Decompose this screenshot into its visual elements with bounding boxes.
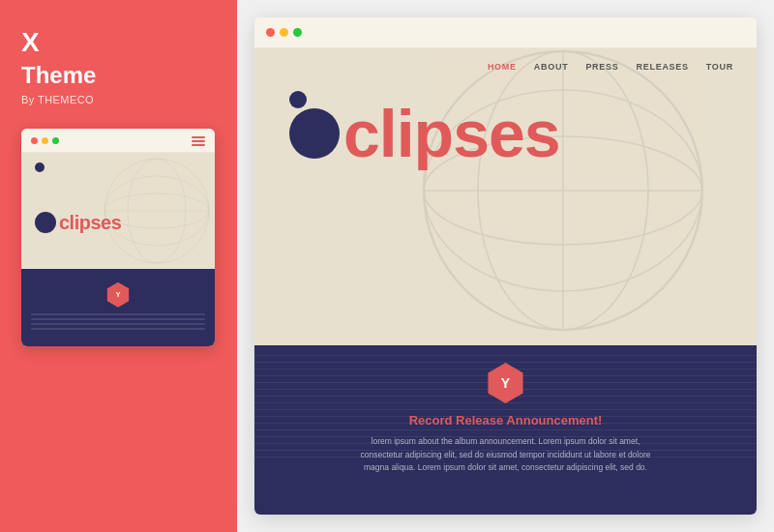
mobile-dot-green [52, 137, 59, 144]
desktop-hero-title: clipses [343, 101, 560, 166]
desktop-hero-circle [289, 108, 340, 159]
desktop-nav: HOME ABOUT PRESS RELEASES TOUR [254, 48, 757, 72]
mobile-dot-red [31, 137, 38, 144]
mobile-decorative-lines [31, 313, 205, 330]
desktop-dot-yellow [280, 28, 288, 37]
mobile-hex-badge: Y [105, 282, 131, 308]
mobile-hero-circle [35, 212, 56, 233]
lower-line-12 [254, 429, 757, 430]
mobile-globe-bg [99, 153, 215, 269]
desktop-preview-card: HOME ABOUT PRESS RELEASES TOUR clipses [254, 17, 757, 515]
mobile-preview-card: clipses Y [21, 129, 215, 346]
desktop-nav-tour[interactable]: TOUR [706, 62, 733, 72]
mobile-hex-icon: Y [114, 291, 122, 299]
sidebar-title: Theme [21, 62, 96, 90]
desktop-hero-section: HOME ABOUT PRESS RELEASES TOUR clipses [254, 48, 757, 345]
sidebar-logo: X [21, 29, 40, 56]
hamburger-menu-icon[interactable] [192, 136, 205, 146]
desktop-dot-green [293, 28, 302, 37]
mobile-line-1 [31, 313, 205, 315]
desktop-nav-releases[interactable]: RELEASES [637, 62, 689, 72]
mobile-lower-section: Y [21, 269, 215, 346]
desktop-lower-section: Y Record Release Announcement! lorem ips… [254, 345, 757, 515]
mobile-nav-dot [35, 163, 45, 172]
sidebar: X Theme By THEMECO [0, 0, 237, 532]
lower-line-1 [254, 355, 757, 356]
desktop-nav-about[interactable]: ABOUT [534, 62, 569, 72]
desktop-announcement-title: Record Release Announcement! [409, 413, 603, 428]
desktop-hero-content: clipses [254, 72, 757, 186]
mobile-browser-dots [31, 137, 59, 144]
main-content: HOME ABOUT PRESS RELEASES TOUR clipses [237, 0, 774, 532]
mobile-browser-bar [21, 129, 215, 153]
hamburger-line-1 [192, 136, 205, 138]
lower-line-2 [254, 362, 757, 363]
hamburger-line-3 [192, 144, 205, 146]
desktop-nav-home[interactable]: HOME [488, 62, 517, 72]
desktop-announcement-body: lorem ipsum about the album announcement… [351, 435, 661, 475]
mobile-dot-yellow [42, 137, 48, 144]
desktop-browser-dots [266, 28, 302, 37]
desktop-dot-red [266, 28, 275, 37]
hamburger-line-2 [192, 140, 205, 142]
mobile-line-3 [31, 323, 205, 325]
mobile-line-2 [31, 318, 205, 320]
sidebar-by-label: By THEMECO [21, 94, 94, 105]
mobile-line-4 [31, 328, 205, 330]
desktop-nav-press[interactable]: PRESS [585, 62, 618, 72]
mobile-hero-section: clipses [21, 153, 215, 269]
lower-line-9 [254, 409, 757, 410]
desktop-hex-icon: Y [501, 375, 510, 391]
